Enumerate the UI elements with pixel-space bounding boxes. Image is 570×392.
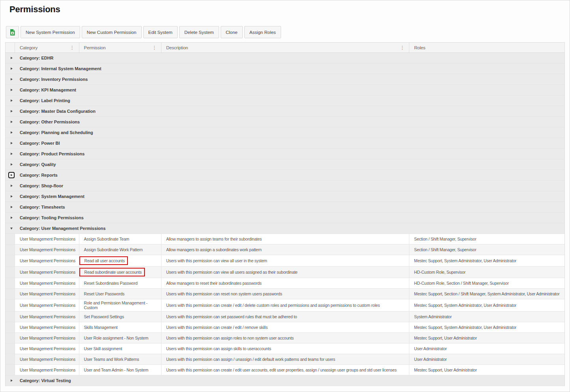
column-header-permission[interactable]: Permission ⋮ (79, 43, 161, 52)
permission-row[interactable]: User Management PermissionsReset Subordi… (6, 278, 564, 289)
column-menu-icon[interactable]: ⋮ (151, 45, 158, 51)
category-cell: User Management Permissions (15, 343, 79, 354)
description-cell: Users with this permission can view all … (161, 267, 409, 278)
roles-cell: Mestec Support, User Administrator (409, 365, 564, 375)
new-system-permission-button[interactable]: New System Permission (21, 26, 80, 38)
permission-row[interactable]: User Management PermissionsRole and Perm… (6, 299, 564, 312)
permission-cell: User and Team Admin - Non System (79, 365, 161, 375)
permission-row[interactable]: User Management PermissionsAssign Subord… (6, 234, 564, 245)
category-group-label: Category: User Management Permissions (20, 226, 106, 231)
category-cell: User Management Permissions (15, 299, 79, 311)
group-indent-cell (6, 245, 15, 255)
category-group-label: Category: Internal System Management (20, 66, 101, 71)
expand-group-icon[interactable] (8, 183, 15, 189)
category-group-row[interactable]: Category: System Management (6, 191, 564, 202)
permission-row[interactable]: User Management PermissionsRead all user… (6, 255, 564, 267)
category-cell: User Management Permissions (15, 245, 79, 255)
expand-group-icon[interactable] (8, 97, 15, 104)
edit-system-button[interactable]: Edit System (143, 26, 178, 38)
permission-cell: Role and Permission Management - Custom (79, 299, 161, 311)
category-group-row[interactable]: Category: Tooling Permissions (6, 213, 564, 223)
expand-group-icon[interactable] (8, 161, 15, 168)
column-header-category[interactable]: Category ⋮ (15, 43, 79, 52)
expand-group-icon[interactable] (8, 215, 15, 221)
permission-row[interactable]: User Management PermissionsUser and Team… (6, 365, 564, 375)
description-cell: Allow managers to reset their subordinat… (161, 278, 409, 288)
category-group-label: Category: Tooling Permissions (20, 215, 84, 220)
permission-row[interactable]: User Management PermissionsUser Skill as… (6, 343, 564, 354)
permission-cell: Skills Management (79, 322, 161, 332)
group-indent-cell (6, 343, 15, 354)
clone-button[interactable]: Clone (221, 26, 243, 38)
expand-group-icon[interactable] (8, 193, 15, 200)
description-cell: Users with this permission can create / … (161, 299, 409, 311)
category-group-row[interactable]: Category: EDHR (6, 53, 564, 63)
permission-cell: Reset User Passwords (79, 289, 161, 299)
group-indent-cell (6, 354, 15, 364)
expand-group-icon[interactable] (8, 377, 15, 384)
group-indent-cell (6, 289, 15, 299)
category-cell: User Management Permissions (15, 322, 79, 332)
permission-row[interactable]: User Management PermissionsReset User Pa… (6, 289, 564, 299)
column-menu-icon[interactable]: ⋮ (69, 45, 76, 51)
category-group-label: Category: Inventory Permissions (20, 77, 88, 82)
permission-cell: Reset Subordinates Password (79, 278, 161, 288)
permission-row[interactable]: User Management PermissionsSet Password … (6, 312, 564, 322)
permissions-grid: Category ⋮ Permission ⋮ Description ⋮ Ro… (5, 42, 565, 386)
category-group-label: Category: Shop-floor (20, 183, 63, 188)
expand-group-icon[interactable] (8, 151, 15, 157)
column-menu-icon[interactable]: ⋮ (399, 45, 406, 51)
assign-roles-button[interactable]: Assign Roles (244, 26, 281, 38)
group-indent-cell (6, 255, 15, 266)
category-group-row[interactable]: Category: Virtual Testing (6, 375, 564, 386)
highlight-box: Read subordinate user accounts (79, 268, 145, 276)
group-indent-cell (6, 267, 15, 278)
expand-group-icon[interactable] (8, 55, 15, 61)
grid-body: Category: EDHRCategory: Internal System … (6, 53, 564, 386)
expand-group-icon[interactable] (8, 108, 15, 114)
category-group-row[interactable]: Category: Other Permissions (6, 117, 564, 127)
export-excel-button[interactable]: x (6, 26, 19, 38)
permission-row[interactable]: User Management PermissionsSkills Manage… (6, 322, 564, 333)
category-group-row[interactable]: Category: Timesheets (6, 202, 564, 213)
expand-group-icon[interactable] (8, 172, 15, 178)
category-group-row[interactable]: Category: Shop-floor (6, 181, 564, 191)
permission-row[interactable]: User Management PermissionsRead subordin… (6, 267, 564, 278)
group-indent-cell (6, 312, 15, 322)
highlight-box: Read all user accounts (79, 256, 128, 265)
category-group-label: Category: EDHR (20, 56, 54, 60)
category-group-row[interactable]: Category: Label Printing (6, 95, 564, 106)
new-custom-permission-button[interactable]: New Custom Permission (82, 26, 142, 38)
category-group-row[interactable]: Category: Planning and Scheduling (6, 127, 564, 138)
category-group-label: Category: System Management (20, 194, 84, 199)
category-group-row[interactable]: Category: Internal System Management (6, 63, 564, 74)
permission-row[interactable]: User Management PermissionsAssign Subord… (6, 245, 564, 255)
category-group-label: Category: Master Data Configuration (20, 109, 96, 114)
expand-group-icon[interactable] (8, 129, 15, 136)
category-group-row[interactable]: Category: Master Data Configuration (6, 106, 564, 117)
permission-row[interactable]: User Management PermissionsUser Teams an… (6, 354, 564, 365)
category-group-row[interactable]: Category: KPI Management (6, 85, 564, 95)
category-group-row[interactable]: Category: Quality (6, 159, 564, 170)
page-title: Permissions (9, 4, 570, 15)
expand-group-icon[interactable] (8, 76, 15, 82)
roles-cell: Mestec Support, System Administrator, Us… (409, 255, 564, 266)
expand-group-icon[interactable] (8, 140, 15, 146)
toolbar: x New System Permission New Custom Permi… (6, 26, 565, 38)
column-header-roles[interactable]: Roles (409, 43, 564, 52)
category-group-row[interactable]: Category: Power BI (6, 138, 564, 149)
category-group-row[interactable]: Category: User Management Permissions (6, 223, 564, 234)
expand-group-icon[interactable] (8, 87, 15, 93)
collapse-group-icon[interactable] (8, 225, 15, 231)
expand-group-icon[interactable] (8, 119, 15, 125)
category-group-row[interactable]: Category: Inventory Permissions (6, 74, 564, 85)
permission-cell: Set Password Settings (79, 312, 161, 322)
column-header-description[interactable]: Description ⋮ (161, 43, 409, 52)
category-group-row[interactable]: Category: Reports (6, 170, 564, 181)
expand-group-icon[interactable] (8, 204, 15, 210)
category-group-row[interactable]: Category: Product Permissions (6, 149, 564, 159)
permission-row[interactable]: User Management PermissionsUser Role ass… (6, 333, 564, 343)
expand-group-icon[interactable] (8, 65, 15, 72)
category-group-label: Category: Power BI (20, 141, 60, 146)
delete-system-button[interactable]: Delete System (179, 26, 219, 38)
